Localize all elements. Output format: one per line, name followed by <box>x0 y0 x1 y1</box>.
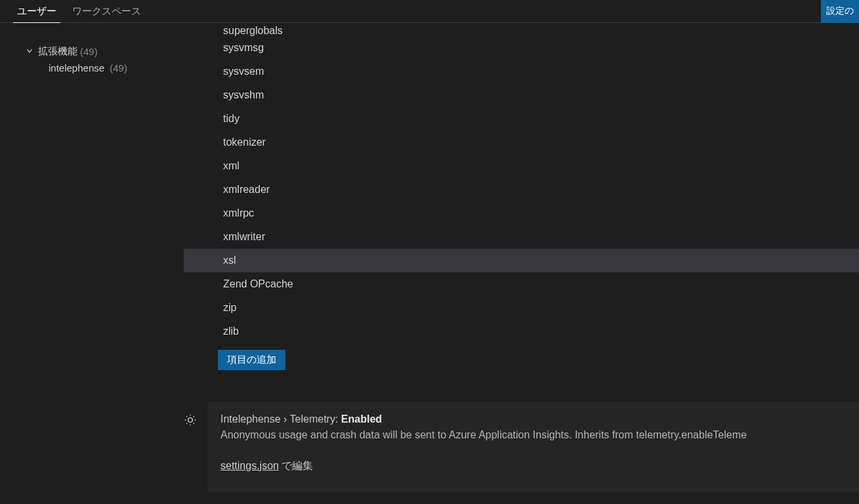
chevron-down-icon <box>25 47 34 56</box>
tree-item-label: intelephense <box>49 62 104 74</box>
tree-item-label: 拡張機能 <box>38 45 77 58</box>
list-item[interactable]: xml <box>184 154 859 178</box>
settings-tree-sidebar: 拡張機能 (49) intelephense (49) <box>0 23 184 504</box>
tab-workspace[interactable]: ワークスペース <box>68 1 145 22</box>
edit-in-settings-json: settings.json で編集 <box>220 459 846 473</box>
list-item[interactable]: sysvsem <box>184 60 859 83</box>
setting-key: Enabled <box>341 413 382 425</box>
setting-breadcrumb: Intelephense <box>220 413 281 425</box>
list-item[interactable]: xsl <box>184 249 859 272</box>
list-item[interactable]: sysvmsg <box>184 36 859 60</box>
gear-icon[interactable] <box>184 413 197 427</box>
tree-item-count: (49) <box>110 62 127 74</box>
list-item[interactable]: xmlrpc <box>184 201 859 225</box>
tree-item-count: (49) <box>80 46 98 57</box>
list-item[interactable]: zlib <box>184 320 859 343</box>
tab-bar: ユーザー ワークスペース 設定の <box>0 0 859 23</box>
list-item[interactable]: zip <box>184 296 859 320</box>
list-item[interactable]: tokenizer <box>184 131 859 154</box>
list-item[interactable]: superglobals <box>184 23 859 36</box>
tab-user[interactable]: ユーザー <box>13 1 60 23</box>
setting-list: superglobalssysvmsgsysvsemsysvshmtidytok… <box>184 23 859 343</box>
settings-sync-badge[interactable]: 設定の <box>821 0 859 23</box>
setting-title: Intelephense › Telemetry: Enabled <box>220 413 846 425</box>
tree-item-intelephense[interactable]: intelephense (49) <box>0 60 184 77</box>
list-item[interactable]: tidy <box>184 107 859 131</box>
setting-telemetry: Intelephense › Telemetry: Enabled Anonym… <box>207 402 859 492</box>
tree-item-extensions[interactable]: 拡張機能 (49) <box>0 43 184 60</box>
list-item[interactable]: xmlwriter <box>184 225 859 249</box>
list-item[interactable]: sysvshm <box>184 83 859 107</box>
setting-description: Anonymous usage and crash data will be s… <box>220 429 846 441</box>
settings-main-panel: superglobalssysvmsgsysvsemsysvshmtidytok… <box>184 23 859 504</box>
settings-json-link[interactable]: settings.json <box>220 460 279 471</box>
add-item-button[interactable]: 項目の追加 <box>218 350 285 370</box>
list-item[interactable]: Zend OPcache <box>184 272 859 296</box>
list-item[interactable]: xmlreader <box>184 178 859 201</box>
